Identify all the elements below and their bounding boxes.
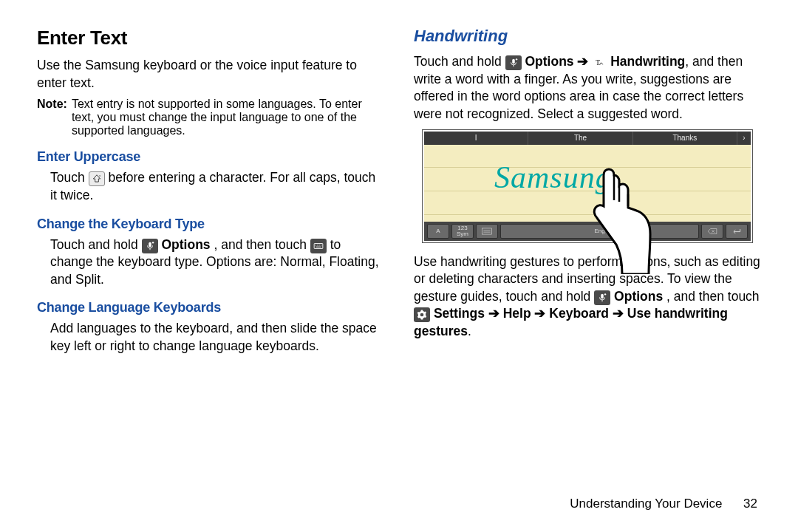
note-label: Note:	[37, 98, 67, 137]
mic-options-icon	[594, 290, 610, 305]
toolbar-key-enter	[726, 224, 748, 239]
suggestion-3: Thanks	[633, 132, 737, 145]
suggestion-more: ›	[737, 132, 751, 145]
mic-options-icon	[505, 55, 522, 70]
text-frag: Touch and hold	[50, 237, 142, 252]
suggestion-bar: I The Thanks ›	[424, 132, 751, 145]
svg-rect-1	[149, 242, 151, 246]
note-block: Note: Text entry is not supported in som…	[37, 98, 384, 137]
left-column: Enter Text Use the Samsung keyboard or t…	[37, 27, 384, 510]
text-frag: .	[468, 324, 471, 338]
heading-enter-text: Enter Text	[37, 27, 384, 50]
text-frag: Touch	[50, 170, 89, 185]
toolbar-key-font: A	[427, 224, 449, 239]
intro-paragraph: Use the Samsung keyboard or the voice in…	[37, 57, 384, 92]
arrow-icon: ➔	[488, 306, 499, 321]
arrow-icon: ➔	[534, 306, 545, 321]
help-label: Help	[503, 306, 535, 321]
heading-enter-uppercase: Enter Uppercase	[37, 149, 384, 165]
arrow-icon: ➔	[577, 54, 588, 69]
handwriting-label: Handwriting	[610, 54, 685, 69]
settings-label: Settings	[434, 306, 488, 321]
options-label: Options	[161, 237, 210, 252]
change-lang-body: Add languages to the keyboard, and then …	[37, 320, 384, 355]
toolbar-key-back	[701, 224, 723, 239]
handwriting-p2: Use handwriting gestures to perform acti…	[414, 253, 761, 341]
svg-rect-14	[482, 228, 492, 233]
handwritten-word: Samsung	[494, 160, 612, 195]
options-label: Options	[525, 54, 577, 69]
keyboard-label: Keyboard	[549, 306, 613, 321]
mic-options-icon	[142, 239, 158, 253]
svg-point-0	[99, 175, 100, 177]
handwriting-figure: I The Thanks › Samsung A 123 Sym Eng	[422, 129, 753, 243]
handwriting-t-icon: T	[592, 55, 607, 70]
suggestion-1: I	[424, 132, 528, 145]
svg-text:T: T	[596, 59, 601, 66]
keyboard-icon	[310, 239, 327, 253]
enter-uppercase-body: Touch before entering a character. For a…	[37, 169, 384, 204]
change-kbd-body: Touch and hold Options , and then touch …	[37, 236, 384, 289]
heading-change-kbd-type: Change the Keyboard Type	[37, 216, 384, 232]
heading-change-lang: Change Language Keyboards	[37, 300, 384, 316]
options-label: Options	[614, 289, 663, 304]
svg-rect-4	[314, 243, 323, 248]
page-number: 32	[743, 497, 757, 511]
svg-rect-10	[512, 59, 515, 64]
svg-point-12	[515, 58, 516, 60]
text-frag: , and then touch	[214, 237, 310, 252]
page-footer: Understanding Your Device 32	[570, 497, 757, 511]
gear-icon	[414, 307, 430, 322]
text-frag: Touch and hold	[414, 54, 505, 69]
suggestion-2: The	[528, 132, 632, 145]
svg-point-21	[604, 293, 606, 295]
toolbar-key-space: Eng	[500, 224, 699, 239]
section-name: Understanding Your Device	[570, 497, 722, 511]
manual-page: Enter Text Use the Samsung keyboard or t…	[0, 0, 798, 532]
arrow-icon: ➔	[613, 306, 624, 321]
shift-key-icon	[89, 171, 105, 186]
svg-rect-19	[601, 294, 604, 299]
keyboard-toolbar: A 123 Sym Eng	[424, 222, 751, 241]
toolbar-key-sym: 123 Sym	[451, 224, 474, 239]
note-body: Text entry is not supported in some lang…	[72, 98, 384, 137]
right-column: Handwriting Touch and hold Options ➔ T H…	[414, 27, 761, 510]
svg-point-3	[151, 242, 153, 243]
heading-handwriting: Handwriting	[414, 27, 761, 46]
writing-pad: Samsung	[424, 145, 751, 222]
toolbar-key-kbd	[476, 224, 498, 239]
handwriting-p1: Touch and hold Options ➔ T Handwriting, …	[414, 53, 761, 123]
text-frag: , and then touch	[666, 289, 760, 304]
